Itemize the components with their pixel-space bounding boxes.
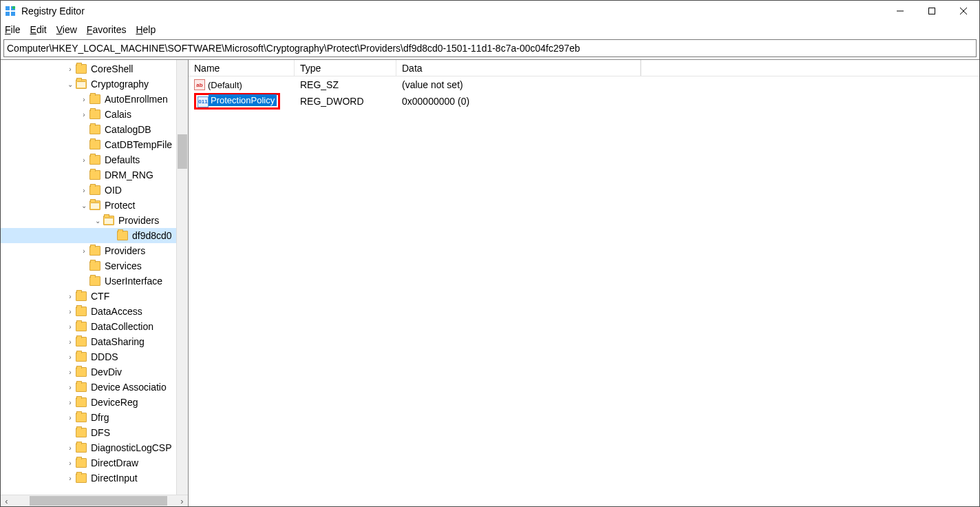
folder-icon	[89, 110, 100, 119]
tree-item[interactable]: ⌄Protect	[1, 198, 176, 213]
tree-item[interactable]: ›DirectDraw	[1, 455, 176, 470]
window-controls	[884, 1, 979, 21]
tree-item[interactable]: ›Defaults	[1, 152, 176, 167]
menu-help[interactable]: Help	[136, 24, 156, 35]
values-list[interactable]: ab(Default)REG_SZ(value not set)011Prote…	[189, 76, 979, 506]
tree-item[interactable]: ›Device Associatio	[1, 380, 176, 395]
minimize-button[interactable]	[884, 1, 916, 21]
scroll-right-icon[interactable]: ›	[176, 495, 188, 506]
tree-item[interactable]: df9d8cd0	[1, 228, 176, 243]
column-header-type[interactable]: Type	[295, 60, 396, 76]
tree-item[interactable]: UserInterface	[1, 273, 176, 289]
folder-icon	[76, 428, 87, 437]
chevron-right-icon[interactable]: ›	[66, 293, 74, 300]
tree-item-label: DataAccess	[91, 306, 142, 317]
tree-item[interactable]: DRM_RNG	[1, 167, 176, 183]
svg-point-4	[12, 6, 15, 9]
tree-item[interactable]: ⌄Cryptography	[1, 76, 176, 92]
scroll-left-icon[interactable]: ‹	[1, 495, 12, 506]
tree-item[interactable]: ›DataSharing	[1, 334, 176, 349]
tree-item[interactable]: ›Dfrg	[1, 410, 176, 425]
chevron-right-icon[interactable]: ›	[66, 353, 74, 361]
chevron-right-icon[interactable]: ›	[66, 414, 74, 422]
folder-icon	[76, 64, 87, 74]
folder-icon	[89, 246, 100, 256]
svg-rect-2	[6, 12, 10, 16]
value-type: REG_DWORD	[295, 96, 396, 107]
tree-item[interactable]: ›OID	[1, 183, 176, 198]
chevron-right-icon[interactable]: ›	[80, 187, 88, 194]
tree-item[interactable]: ›DataAccess	[1, 304, 176, 319]
tree-item-label: DataCollection	[91, 321, 153, 332]
tree-item-label: DataSharing	[91, 336, 145, 347]
value-row[interactable]: ab(Default)REG_SZ(value not set)	[189, 76, 979, 93]
menu-view[interactable]: View	[56, 24, 77, 35]
maximize-button[interactable]	[916, 1, 948, 21]
tree-item-label: DevDiv	[91, 366, 122, 377]
tree-item-label: DiagnosticLogCSP	[91, 442, 172, 453]
tree-item[interactable]: ›DataCollection	[1, 319, 176, 334]
menubar: File Edit View Favorites Help	[1, 21, 979, 38]
tree-item-label: Device Associatio	[91, 382, 167, 393]
chevron-right-icon[interactable]: ›	[66, 444, 74, 452]
column-header-name[interactable]: Name	[189, 60, 295, 76]
chevron-right-icon[interactable]: ›	[66, 459, 74, 467]
tree-item[interactable]: DFS	[1, 425, 176, 440]
menu-favorites[interactable]: Favorites	[87, 24, 127, 35]
column-header-data[interactable]: Data	[396, 60, 641, 76]
chevron-down-icon[interactable]: ⌄	[80, 202, 88, 209]
vertical-scrollbar[interactable]	[176, 60, 188, 495]
folder-icon	[89, 155, 100, 165]
tree-item[interactable]: CatDBTempFile	[1, 137, 176, 152]
chevron-right-icon[interactable]: ›	[66, 323, 74, 331]
tree-item[interactable]: Services	[1, 258, 176, 273]
folder-icon	[76, 413, 87, 422]
menu-file[interactable]: File	[5, 24, 21, 35]
tree-item[interactable]: ›DDDS	[1, 349, 176, 364]
folder-open-icon	[103, 216, 114, 225]
tree-view[interactable]: ›CoreShell⌄Cryptography›AutoEnrollmen›Ca…	[1, 60, 176, 495]
folder-icon	[76, 307, 87, 316]
chevron-right-icon[interactable]: ›	[66, 399, 74, 406]
chevron-right-icon[interactable]: ›	[66, 308, 74, 315]
tree-item[interactable]: ›Providers	[1, 243, 176, 258]
tree-item[interactable]: ›DirectInput	[1, 470, 176, 486]
chevron-down-icon[interactable]: ⌄	[94, 217, 102, 225]
chevron-right-icon[interactable]: ›	[66, 369, 74, 376]
scrollbar-thumb[interactable]	[178, 134, 187, 169]
folder-icon	[76, 367, 87, 377]
chevron-right-icon[interactable]: ›	[66, 384, 74, 391]
tree-item[interactable]: ›CoreShell	[1, 61, 176, 76]
tree-item-label: Providers	[118, 215, 159, 226]
chevron-down-icon[interactable]: ⌄	[66, 81, 74, 88]
chevron-right-icon[interactable]: ›	[66, 475, 74, 482]
chevron-right-icon[interactable]: ›	[66, 65, 74, 73]
chevron-right-icon[interactable]: ›	[80, 111, 88, 118]
window-title: Registry Editor	[21, 6, 884, 17]
tree-item[interactable]: ›Calais	[1, 107, 176, 122]
folder-icon	[89, 261, 100, 271]
svg-rect-0	[6, 6, 10, 10]
folder-icon	[89, 185, 100, 195]
tree-item[interactable]: ›CTF	[1, 289, 176, 304]
horizontal-scrollbar[interactable]: ‹ ›	[1, 495, 188, 506]
value-row[interactable]: 011ProtectionPolicyREG_DWORD0x00000000 (…	[189, 93, 979, 110]
folder-icon	[76, 382, 87, 392]
scrollbar-thumb[interactable]	[30, 496, 167, 506]
folder-icon	[89, 170, 100, 180]
tree-item[interactable]: ›AutoEnrollmen	[1, 92, 176, 107]
chevron-right-icon[interactable]: ›	[80, 247, 88, 255]
address-bar[interactable]: Computer\HKEY_LOCAL_MACHINE\SOFTWARE\Mic…	[3, 39, 977, 57]
folder-icon	[76, 291, 87, 301]
values-pane: Name Type Data ab(Default)REG_SZ(value n…	[189, 60, 979, 506]
chevron-right-icon[interactable]: ›	[80, 96, 88, 103]
menu-edit[interactable]: Edit	[30, 24, 47, 35]
tree-item[interactable]: ›DiagnosticLogCSP	[1, 440, 176, 455]
chevron-right-icon[interactable]: ›	[80, 156, 88, 164]
tree-item[interactable]: ›DeviceReg	[1, 395, 176, 410]
chevron-right-icon[interactable]: ›	[66, 338, 74, 346]
tree-item[interactable]: ⌄Providers	[1, 213, 176, 228]
tree-item[interactable]: CatalogDB	[1, 122, 176, 137]
close-button[interactable]	[948, 1, 979, 21]
tree-item[interactable]: ›DevDiv	[1, 364, 176, 380]
